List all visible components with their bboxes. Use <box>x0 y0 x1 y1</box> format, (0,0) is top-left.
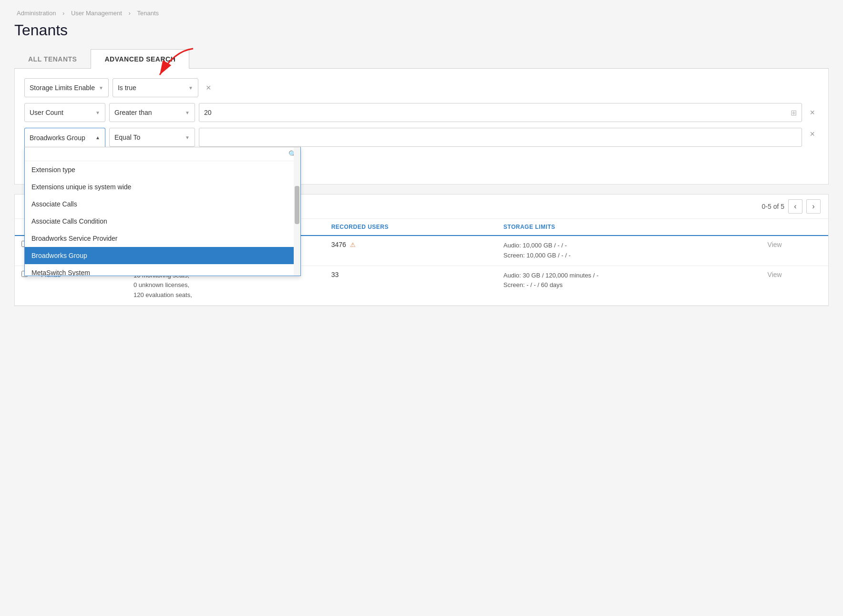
search-form: Storage Limits Enable ▼ Is true ▼ × User… <box>14 69 829 185</box>
dropdown-item-2[interactable]: Associate Calls <box>25 195 300 213</box>
dropdown-item-6[interactable]: MetaSwitch System <box>25 264 300 276</box>
row1-storage: Audio: 10,000 GB / - / -Screen: 10,000 G… <box>497 236 761 266</box>
col-action <box>761 219 828 236</box>
row1-storage-text: Audio: 10,000 GB / - / -Screen: 10,000 G… <box>504 242 571 259</box>
remove-filter-2[interactable]: × <box>806 106 819 119</box>
filter-field-1[interactable]: Storage Limits Enable ▼ <box>24 78 109 97</box>
pagination-next[interactable]: › <box>806 199 821 214</box>
filter-row-1: Storage Limits Enable ▼ Is true ▼ × <box>24 78 819 97</box>
warning-icon: ⚠ <box>350 241 356 248</box>
breadcrumb-sep2: › <box>129 10 133 17</box>
field-caret-1: ▼ <box>99 85 103 91</box>
page-container: Administration › User Management › Tenan… <box>0 0 843 616</box>
filter-operator-1[interactable]: Is true ▼ <box>113 78 198 97</box>
remove-filter-1[interactable]: × <box>202 82 215 94</box>
tabs-container: ALL TENANTS ADVANCED SEARCH <box>14 49 829 69</box>
breadcrumb: Administration › User Management › Tenan… <box>14 10 829 17</box>
dropdown-search-input[interactable] <box>29 150 286 158</box>
value-input-3[interactable] <box>204 133 797 141</box>
field-caret-3: ▲ <box>95 135 100 140</box>
dropdown-item-0[interactable]: Extension type <box>25 161 300 178</box>
row1-view-link[interactable]: View <box>768 241 782 248</box>
col-storage-limits: STORAGE LIMITS <box>497 219 761 236</box>
row2-recorded-users: 33 <box>325 266 497 305</box>
filter-row-2: User Count ▼ Greater than ▼ ⊞ × <box>24 103 819 122</box>
tab-advanced-search[interactable]: ADVANCED SEARCH <box>91 49 189 69</box>
row1-action: View <box>761 236 828 266</box>
dropdown-wrapper: Broadworks Group ▲ 🔍 Extension type Exte… <box>24 128 105 147</box>
pagination-prev[interactable]: ‹ <box>788 199 802 214</box>
filter-value-2[interactable]: ⊞ <box>199 103 802 122</box>
value-icon-2: ⊞ <box>791 108 797 117</box>
dropdown-list: 🔍 Extension type Extensions unique is sy… <box>24 147 301 276</box>
row1-recorded-users: 3476 ⚠ <box>325 236 497 266</box>
dropdown-search-bar: 🔍 <box>25 147 300 161</box>
dropdown-items: Extension type Extensions unique is syst… <box>25 161 300 276</box>
filter-field-2[interactable]: User Count ▼ <box>24 103 105 122</box>
tab-all-tenants[interactable]: ALL TENANTS <box>14 49 91 69</box>
filter-row-3: Broadworks Group ▲ 🔍 Extension type Exte… <box>24 128 819 147</box>
row2-storage: Audio: 30 GB / 120,000 minutes / -Screen… <box>497 266 761 305</box>
operator-caret-2: ▼ <box>185 110 190 115</box>
operator-caret-1: ▼ <box>188 85 193 91</box>
breadcrumb-tenants[interactable]: Tenants <box>137 10 159 17</box>
remove-filter-3[interactable]: × <box>806 128 819 140</box>
dropdown-item-3[interactable]: Associate Calls Condition <box>25 213 300 230</box>
page-title: Tenants <box>14 21 829 39</box>
breadcrumb-user-mgmt[interactable]: User Management <box>71 10 122 17</box>
value-input-2[interactable] <box>204 109 791 116</box>
row2-view-link[interactable]: View <box>768 271 782 278</box>
scrollbar-thumb[interactable] <box>295 186 299 224</box>
row2-action: View <box>761 266 828 305</box>
col-recorded-users: RECORDED USERS <box>325 219 497 236</box>
filter-value-3[interactable] <box>199 128 802 147</box>
breadcrumb-admin[interactable]: Administration <box>17 10 56 17</box>
filter-field-3[interactable]: Broadworks Group ▲ <box>24 128 105 147</box>
filter-operator-2[interactable]: Greater than ▼ <box>109 103 195 122</box>
pagination-info: 0-5 of 5 <box>762 203 784 210</box>
row2-recorded-count: 33 <box>331 271 339 278</box>
row1-recorded-count: 3476 <box>331 241 346 248</box>
operator-caret-3: ▼ <box>185 135 190 140</box>
field-caret-2: ▼ <box>95 110 100 115</box>
dropdown-item-1[interactable]: Extensions unique is system wide <box>25 178 300 195</box>
dropdown-item-4[interactable]: Broadworks Service Provider <box>25 230 300 247</box>
filter-operator-3[interactable]: Equal To ▼ <box>109 128 195 147</box>
row2-storage-text: Audio: 30 GB / 120,000 minutes / -Screen… <box>504 272 598 289</box>
scrollbar-track[interactable] <box>294 147 300 276</box>
dropdown-item-5[interactable]: Broadworks Group <box>25 247 300 264</box>
breadcrumb-sep1: › <box>62 10 66 17</box>
